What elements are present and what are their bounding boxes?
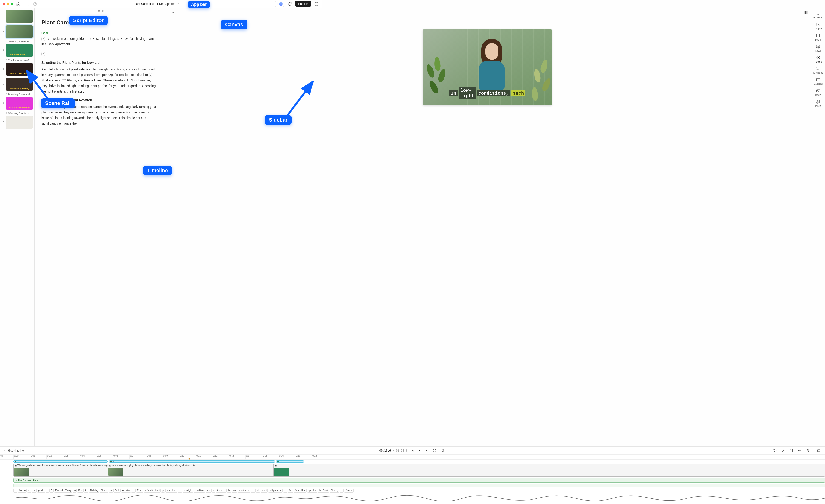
thumb-caption: like Snake Plants, ZZ <box>6 54 33 56</box>
scene-chip-icon: / <box>42 52 45 56</box>
check-circle-icon <box>33 2 37 6</box>
section-heading-2[interactable]: The Importance of Plant Rotation <box>42 98 156 102</box>
aspect-ratio-button[interactable] <box>166 11 176 14</box>
scene-rail-item[interactable]: 4Next, the importance <box>2 63 33 76</box>
section-1-paragraph[interactable]: First, let's talk about plant selection.… <box>42 67 156 94</box>
canvas-panel: Inlow-lightconditions,such <box>163 8 322 197</box>
scene-thumbnail[interactable]: Next, the importance <box>6 63 33 76</box>
scene-number: 1 <box>2 15 5 18</box>
menu-icon <box>24 2 29 6</box>
scene-rail-heading[interactable]: # Boosting Growth with ... <box>2 93 33 96</box>
pen-icon <box>93 9 97 12</box>
write-label: Write <box>98 9 104 12</box>
scene-number: 5 <box>2 83 5 86</box>
scene-thumbnail[interactable]: don't worry—grow lights <box>6 97 33 110</box>
scene-rail-item[interactable]: 5aesthetically pleasing <box>2 78 33 91</box>
speaker-name[interactable]: Gabi <box>42 31 156 35</box>
write-tool-button[interactable]: Write <box>93 9 104 12</box>
scene-number: 7 <box>2 121 5 123</box>
script-editor[interactable]: Write Plant Care T Gabi / ♫ Welcome to o… <box>34 8 163 197</box>
window-traffic-lights <box>3 3 13 5</box>
chevron-down-icon <box>172 11 174 14</box>
publish-button[interactable]: Publish <box>295 1 311 7</box>
scene-thumbnail[interactable] <box>6 10 33 23</box>
empty-chip-line[interactable]: / ⋯ <box>42 51 156 57</box>
landscape-rect-icon <box>168 12 171 14</box>
section-heading-1[interactable]: Selecting the Right Plants for Low Light <box>42 61 156 65</box>
scene-rail[interactable]: 12# Selecting the Right Pla...3like Snak… <box>0 8 34 197</box>
project-title: Plant Care Tips for Dim Spaces <box>134 2 175 6</box>
music-chip-icon: ♫ <box>47 37 51 41</box>
user-avatar-icon <box>279 2 283 6</box>
help-circle-icon <box>314 2 319 6</box>
section-2-text: Next, the importance of rotation cannot … <box>42 105 156 125</box>
canvas-toolbar <box>166 10 322 16</box>
script-intro-text: Welcome to our guide on '5 Essential Thi… <box>42 37 155 46</box>
scene-rail-item[interactable]: 6don't worry—grow lights <box>2 97 33 110</box>
scene-rail-item[interactable]: 3like Snake Plants, ZZ <box>2 44 33 57</box>
thumb-caption: aesthetically pleasing <box>6 87 33 90</box>
section-2-paragraph[interactable]: / Next, the importance of rotation canno… <box>42 104 156 126</box>
plus-icon: + <box>277 2 278 6</box>
thumb-caption: don't worry—grow lights <box>6 106 33 108</box>
scene-number: 4 <box>2 68 5 71</box>
project-title-dropdown[interactable]: Plant Care Tips for Dim Spaces <box>131 1 181 6</box>
comments-button[interactable] <box>287 1 293 7</box>
canvas-stage[interactable]: Inlow-lightconditions,such <box>166 16 322 197</box>
scene-chip-icon: / <box>149 73 152 77</box>
svg-point-0 <box>33 2 37 6</box>
scene-rail-item[interactable]: 7 <box>2 115 33 129</box>
scene-chip-icon: / <box>42 37 45 41</box>
scene-number: 3 <box>2 49 5 52</box>
home-icon <box>16 2 21 6</box>
close-window-button[interactable] <box>3 3 5 5</box>
maximize-window-button[interactable] <box>11 3 13 5</box>
scene-chip-icon: / <box>42 105 45 109</box>
scene-rail-heading[interactable]: # Selecting the Right Pla... <box>2 40 33 43</box>
thumb-caption: Next, the importance <box>6 72 33 74</box>
home-button[interactable] <box>15 1 21 7</box>
chat-bubble-icon <box>287 2 292 6</box>
menu-button[interactable] <box>24 1 30 7</box>
add-collaborator-button[interactable]: + <box>275 1 285 7</box>
help-button[interactable] <box>313 1 319 7</box>
scene-thumbnail[interactable]: like Snake Plants, ZZ <box>6 44 33 57</box>
scene-number: 6 <box>2 102 5 105</box>
scene-rail-item[interactable]: 1 <box>2 10 33 23</box>
scene-thumbnail[interactable] <box>6 25 33 38</box>
app-bar: Plant Care Tips for Dim Spaces + Publish <box>0 0 322 8</box>
scene-number: 2 <box>2 30 5 33</box>
section-1-text-a: First, let's talk about plant selection.… <box>42 67 155 77</box>
scene-rail-heading[interactable]: # Watering Practices for... <box>2 112 33 114</box>
script-intro-paragraph[interactable]: / ♫ Welcome to our guide on '5 Essential… <box>42 36 156 47</box>
minimize-window-button[interactable] <box>7 3 9 5</box>
section-1-inline: Snake Plants, ZZ <box>42 78 66 82</box>
scene-thumbnail[interactable]: aesthetically pleasing <box>6 78 33 91</box>
sync-status <box>32 1 38 7</box>
scene-thumbnail[interactable] <box>6 115 33 129</box>
chevron-down-icon <box>176 3 179 5</box>
script-title[interactable]: Plant Care T <box>42 19 156 26</box>
scene-rail-heading[interactable]: # The Importance of Pla... <box>2 59 33 62</box>
scene-rail-item[interactable]: 2 <box>2 25 33 38</box>
